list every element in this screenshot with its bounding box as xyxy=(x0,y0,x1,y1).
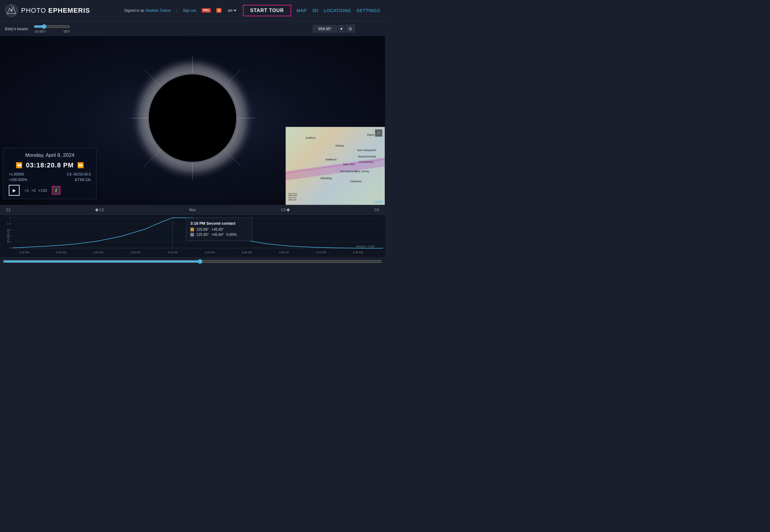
map-city-delaware: Delaware xyxy=(350,180,361,183)
map-city-ct: Connecticut xyxy=(359,160,373,163)
nav-3d-button[interactable]: 3D xyxy=(312,8,318,13)
contact-c1: C1 xyxy=(6,208,11,212)
svg-text:4:15 PM: 4:15 PM xyxy=(316,251,326,254)
contact-max: Max xyxy=(189,208,196,212)
map-city-wheeling: Wheeling xyxy=(320,177,332,180)
svg-text:3:45 PM: 3:45 PM xyxy=(242,251,252,254)
main-eclipse-view: Monday, April 8, 2024 ⏪ 03:18:20.8 PM ⏩ … xyxy=(0,36,385,205)
svg-text:2:15 PM: 2:15 PM xyxy=(19,251,29,254)
map-city-ottawa: Ottawa xyxy=(335,144,344,147)
focal-length-value: 959.95" xyxy=(313,25,337,33)
svg-text:2:45 PM: 2:45 PM xyxy=(93,251,103,254)
tooltip-row-2: 225.90° +45.84° 0.00% xyxy=(190,233,248,237)
social-badge: S xyxy=(216,8,221,13)
bailys-slider-container: -16.6EV 0EV xyxy=(34,24,70,33)
header: PHOTO EPHEMERIS Signed in as Stephen Tra… xyxy=(0,0,385,21)
bailys-slider[interactable] xyxy=(34,24,70,29)
speed-controls: ×1 ×5 ×100 xyxy=(24,188,47,193)
focal-length-control: 959.95" ▾ ⊙ xyxy=(313,25,355,33)
svg-text:4:00 PM: 4:00 PM xyxy=(279,251,289,254)
svg-text:0.4: 0.4 xyxy=(7,234,11,237)
tooltip-title: 3:18 PM Second contact xyxy=(190,221,248,226)
pro-badge: PRO xyxy=(201,8,211,13)
focal-length-dropdown-button[interactable]: ▾ xyxy=(338,25,344,33)
scale-value: +100.000% xyxy=(9,178,27,182)
app-title: PHOTO EPHEMERIS xyxy=(21,7,90,14)
svg-text:3:00 PM: 3:00 PM xyxy=(130,251,141,254)
map-city-nj: New Jersey xyxy=(355,170,369,173)
speed-x100-button[interactable]: ×100 xyxy=(38,188,47,193)
signout-button[interactable]: Sign out xyxy=(183,8,196,13)
map-city-newyork: New York xyxy=(343,163,354,166)
info-panel: Monday, April 8, 2024 ⏪ 03:18:20.8 PM ⏩ … xyxy=(3,148,97,199)
info-time-row: ⏪ 03:18:20.8 PM ⏩ xyxy=(9,161,91,169)
tooltip-color-1 xyxy=(190,228,194,231)
chart-area: Magnitude 1 0.8 0.6 0.4 0.2 0 2:15 PM 2:… xyxy=(0,215,385,257)
map-city-pa: Pennsylvania xyxy=(340,170,356,173)
logo-icon xyxy=(5,4,18,17)
map-city-nh: New Hampshire xyxy=(357,149,376,152)
header-right: Signed in as Stephen Trainor | Sign out … xyxy=(124,5,380,16)
map-city-mass: Massachusetts xyxy=(358,155,376,158)
mini-map: Sudbury Ottawa New Hampshire Maine Markh… xyxy=(285,127,385,205)
chart-tooltip: 3:18 PM Second contact 225.89° +45.85° 2… xyxy=(186,218,252,241)
time-back-button[interactable]: ⏪ xyxy=(16,162,22,169)
tooltip-color-2 xyxy=(190,233,194,236)
contact-timeline: C1 C2 Max C3 C4 xyxy=(0,205,385,215)
start-tour-button[interactable]: START TOUR xyxy=(243,5,291,16)
speed-x1-button[interactable]: ×1 xyxy=(24,188,29,193)
svg-text:0: 0 xyxy=(9,246,11,249)
eclipse-corona xyxy=(129,55,256,182)
info-controls-row: ▶ ×1 ×5 ×100 i xyxy=(9,185,91,196)
nav-map-button[interactable]: MAP xyxy=(296,8,307,13)
contact-c4: C4 xyxy=(374,208,379,212)
map-city-markham: Markham xyxy=(325,158,337,161)
contact-c2: C2 xyxy=(96,208,104,212)
signed-in-text: Signed in as Stephen Trainor xyxy=(124,8,171,13)
time-forward-button[interactable]: ⏩ xyxy=(77,162,84,169)
svg-text:4:30 PM: 4:30 PM xyxy=(353,251,363,254)
map-scale-200: 200 mi xyxy=(288,198,296,201)
svg-text:Horizon: +0.00°: Horizon: +0.00° xyxy=(356,245,375,248)
map-canvas: Sudbury Ottawa New Hampshire Maine Markh… xyxy=(286,127,385,205)
language-select[interactable]: en xyxy=(227,8,237,13)
bailys-label: Baily's beads: xyxy=(5,27,29,31)
svg-text:3:15 PM: 3:15 PM xyxy=(167,251,178,254)
leaflet-credit[interactable]: Leaflet xyxy=(374,200,383,204)
info-time: 03:18:20.8 PM xyxy=(26,161,74,169)
svg-text:3:30 PM: 3:30 PM xyxy=(204,251,215,254)
bailys-range: -16.6EV 0EV xyxy=(34,30,70,33)
time-scrubber[interactable] xyxy=(3,259,382,264)
svg-text:0.2: 0.2 xyxy=(7,240,11,243)
svg-point-2 xyxy=(11,10,12,11)
nav-settings-button[interactable]: SETTINGS xyxy=(356,8,380,13)
svg-point-16 xyxy=(149,74,236,162)
map-city-sudbury: Sudbury xyxy=(306,136,316,139)
contact-c3: C3 xyxy=(281,208,289,212)
tooltip-row-1: 225.89° +45.85° xyxy=(190,227,248,232)
svg-text:0.6: 0.6 xyxy=(7,228,11,231)
info-meta-row2: +100.000% ΔT:69.13s xyxy=(9,178,91,182)
svg-text:0.8: 0.8 xyxy=(7,222,11,225)
camera-icon-button[interactable]: ⊙ xyxy=(346,25,355,33)
nav-locations-button[interactable]: LOCATIONS xyxy=(324,8,351,13)
map-scale-300: 300 km xyxy=(288,193,297,197)
bailys-bar: Baily's beads: -16.6EV 0EV 959.95" ▾ ⊙ xyxy=(0,21,385,36)
speed-value: +1.00000 xyxy=(9,172,24,176)
info-meta-row1: +1.00000 C3 -00:03:45.5 xyxy=(9,172,91,176)
info-date: Monday, April 8, 2024 xyxy=(9,152,91,158)
svg-text:2:30 PM: 2:30 PM xyxy=(56,251,66,254)
play-button[interactable]: ▶ xyxy=(9,185,20,196)
svg-text:1: 1 xyxy=(9,216,11,219)
map-city-maine: Maine xyxy=(367,133,374,136)
scrubber-bar xyxy=(0,257,385,266)
header-left: PHOTO EPHEMERIS xyxy=(5,4,90,17)
map-expand-button[interactable]: ⤢ xyxy=(375,129,382,137)
speed-x5-button[interactable]: ×5 xyxy=(31,188,36,193)
info-button[interactable]: i xyxy=(52,186,60,195)
